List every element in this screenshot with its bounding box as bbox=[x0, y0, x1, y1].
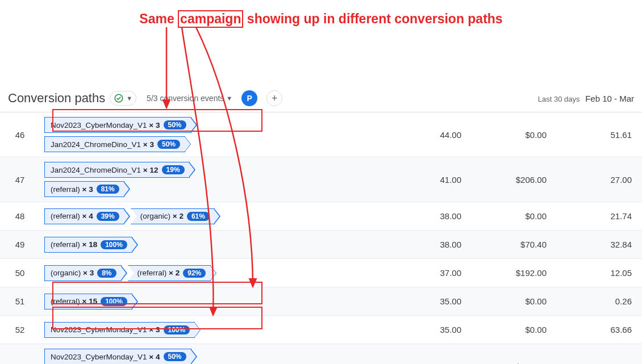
touchpoint-chip[interactable]: (organic) × 261% bbox=[131, 208, 215, 224]
touchpoint-label: (organic) × 2 bbox=[140, 212, 184, 220]
touchpoint-percent-badge: 50% bbox=[164, 120, 186, 129]
path-line: (referral) × 18100% bbox=[44, 237, 132, 253]
touchpoint-multiplier: × 2 bbox=[170, 212, 184, 220]
path-line: Jan2024_ChromeDino_V1 × 1219% bbox=[44, 162, 190, 178]
path-cell: (referral) × 439%(organic) × 261% bbox=[40, 204, 386, 229]
metric-cell: 80.82 bbox=[557, 362, 642, 365]
svg-point-0 bbox=[115, 94, 123, 102]
path-line: Nov2023_CyberMonday_V1 × 350% bbox=[44, 117, 191, 133]
conversion-paths-table: 46Nov2023_CyberMonday_V1 × 350%Jan2024_C… bbox=[0, 112, 642, 364]
touchpoint-percent-badge: 39% bbox=[97, 212, 119, 221]
path-line: (referral) × 439%(organic) × 261% bbox=[44, 208, 215, 224]
touchpoint-percent-badge: 19% bbox=[162, 165, 185, 174]
touchpoint-label: (referral) × 18 bbox=[51, 240, 97, 249]
metric-cell: $0.00 bbox=[472, 325, 557, 334]
path-cell: (organic) × 38%(referral) × 292% bbox=[40, 261, 386, 286]
annotation-suffix: showing up in different conversion paths bbox=[243, 11, 502, 26]
row-index: 48 bbox=[0, 211, 40, 221]
metric-cell: $192.00 bbox=[472, 268, 557, 278]
date-range-picker[interactable]: Last 30 days Feb 10 - Mar bbox=[538, 94, 634, 103]
metric-cell: $0.00 bbox=[472, 211, 557, 221]
row-index: 46 bbox=[0, 130, 40, 140]
path-cell: Nov2023_CyberMonday_V1 × 450%Jan2024_Chr… bbox=[40, 344, 386, 364]
page-title: Conversion paths bbox=[8, 91, 105, 106]
touchpoint-chip[interactable]: (organic) × 38% bbox=[44, 265, 122, 281]
touchpoint-percent-badge: 81% bbox=[97, 185, 119, 194]
touchpoint-multiplier: × 4 bbox=[147, 353, 160, 361]
metric-cell: $120.80 bbox=[472, 362, 557, 365]
touchpoint-percent-badge: 100% bbox=[164, 325, 190, 334]
metric-cell: 38.00 bbox=[386, 240, 472, 249]
metric-cell: 63.66 bbox=[557, 325, 642, 334]
touchpoint-chip[interactable]: (referral) × 439% bbox=[44, 208, 124, 224]
row-index: 49 bbox=[0, 240, 40, 249]
conversion-events-dropdown[interactable]: 5/3 conversion events ▼ bbox=[147, 94, 232, 103]
table-row[interactable]: 52Nov2023_CyberMonday_V1 × 3100%35.00$0.… bbox=[0, 316, 642, 344]
path-line: Nov2023_CyberMonday_V1 × 450% bbox=[44, 349, 191, 364]
table-row[interactable]: 49(referral) × 18100%38.00$70.4032.84 bbox=[0, 231, 642, 259]
touchpoint-label: (referral) × 4 bbox=[51, 212, 93, 220]
touchpoint-multiplier: × 3 bbox=[80, 185, 93, 194]
touchpoint-chip[interactable]: Nov2023_CyberMonday_V1 × 350% bbox=[44, 117, 191, 133]
path-line: Jan2024_ChromeDino_V1 × 350% bbox=[44, 136, 185, 152]
touchpoint-chip[interactable]: (referral) × 15100% bbox=[44, 294, 132, 309]
touchpoint-chip[interactable]: Jan2024_ChromeDino_V1 × 350% bbox=[44, 136, 185, 152]
touchpoint-percent-badge: 50% bbox=[157, 140, 180, 149]
table-row[interactable]: 46Nov2023_CyberMonday_V1 × 350%Jan2024_C… bbox=[0, 112, 642, 157]
add-filter-button[interactable]: + bbox=[266, 90, 282, 106]
touchpoint-label: Nov2023_CyberMonday_V1 × 3 bbox=[51, 325, 160, 334]
metric-cell: 35.00 bbox=[386, 325, 472, 334]
table-row[interactable]: 50(organic) × 38%(referral) × 292%37.00$… bbox=[0, 259, 642, 287]
path-line: (organic) × 38%(referral) × 292% bbox=[44, 265, 211, 281]
touchpoint-chip[interactable]: (referral) × 381% bbox=[44, 181, 124, 197]
metric-cell: $70.40 bbox=[472, 240, 557, 249]
touchpoint-chip[interactable]: Nov2023_CyberMonday_V1 × 450% bbox=[44, 349, 191, 364]
touchpoint-label: Nov2023_CyberMonday_V1 × 4 bbox=[51, 353, 160, 361]
metric-cell: $0.00 bbox=[472, 130, 557, 140]
touchpoint-multiplier: × 15 bbox=[80, 297, 97, 306]
annotation-boxed-word: campaign bbox=[178, 10, 243, 28]
annotation-heading: Same campaign showing up in different co… bbox=[0, 0, 642, 28]
table-row[interactable]: 47Jan2024_ChromeDino_V1 × 1219%(referral… bbox=[0, 157, 642, 202]
metric-cell: 21.74 bbox=[557, 211, 642, 221]
touchpoint-multiplier: × 3 bbox=[81, 269, 94, 277]
path-line: Nov2023_CyberMonday_V1 × 3100% bbox=[44, 322, 195, 338]
path-cell: Nov2023_CyberMonday_V1 × 350%Jan2024_Chr… bbox=[40, 112, 386, 157]
metric-cell: 27.00 bbox=[557, 175, 642, 185]
touchpoint-multiplier: × 3 bbox=[147, 325, 160, 334]
touchpoint-chip[interactable]: (referral) × 18100% bbox=[44, 237, 132, 253]
row-index: 50 bbox=[0, 268, 40, 278]
table-row[interactable]: 48(referral) × 439%(organic) × 261%38.00… bbox=[0, 202, 642, 231]
metric-cell: 34.00 bbox=[386, 362, 472, 365]
metric-cell: 12.05 bbox=[557, 268, 642, 278]
touchpoint-multiplier: × 3 bbox=[147, 121, 160, 129]
touchpoint-multiplier: × 18 bbox=[80, 240, 97, 249]
table-row[interactable]: 53Nov2023_CyberMonday_V1 × 450%Jan2024_C… bbox=[0, 344, 642, 364]
status-check-pill[interactable]: ▼ bbox=[110, 91, 136, 106]
row-index: 51 bbox=[0, 296, 40, 306]
touchpoint-multiplier: × 4 bbox=[80, 212, 93, 220]
path-cell: Jan2024_ChromeDino_V1 × 1219%(referral) … bbox=[40, 157, 386, 202]
annotation-prefix: Same bbox=[139, 11, 178, 26]
metric-cell: 44.00 bbox=[386, 130, 472, 140]
touchpoint-label: Nov2023_CyberMonday_V1 × 3 bbox=[51, 121, 160, 129]
touchpoint-chip[interactable]: Jan2024_ChromeDino_V1 × 1219% bbox=[44, 162, 190, 178]
date-range-value: Feb 10 - Mar bbox=[585, 94, 634, 103]
touchpoint-percent-badge: 92% bbox=[183, 269, 206, 278]
events-label: 5/3 conversion events bbox=[147, 94, 224, 103]
touchpoint-chip[interactable]: Nov2023_CyberMonday_V1 × 3100% bbox=[44, 322, 195, 338]
row-index: 52 bbox=[0, 325, 40, 334]
metric-cell: 38.00 bbox=[386, 211, 472, 221]
touchpoint-label: (referral) × 2 bbox=[137, 269, 180, 277]
paid-filter-chip[interactable]: P bbox=[241, 90, 257, 106]
table-row[interactable]: 51(referral) × 15100%35.00$0.000.26 bbox=[0, 287, 642, 316]
metric-cell: 51.61 bbox=[557, 130, 642, 140]
touchpoint-chip[interactable]: (referral) × 292% bbox=[128, 265, 211, 281]
touchpoint-percent-badge: 50% bbox=[164, 352, 186, 361]
chevron-down-icon: ▼ bbox=[226, 95, 232, 102]
touchpoint-label: (referral) × 15 bbox=[51, 297, 97, 306]
touchpoint-label: Jan2024_ChromeDino_V1 × 3 bbox=[51, 140, 154, 149]
touchpoint-multiplier: × 3 bbox=[141, 140, 154, 149]
metric-cell: 0.26 bbox=[557, 296, 642, 306]
metric-cell: 37.00 bbox=[386, 268, 472, 278]
